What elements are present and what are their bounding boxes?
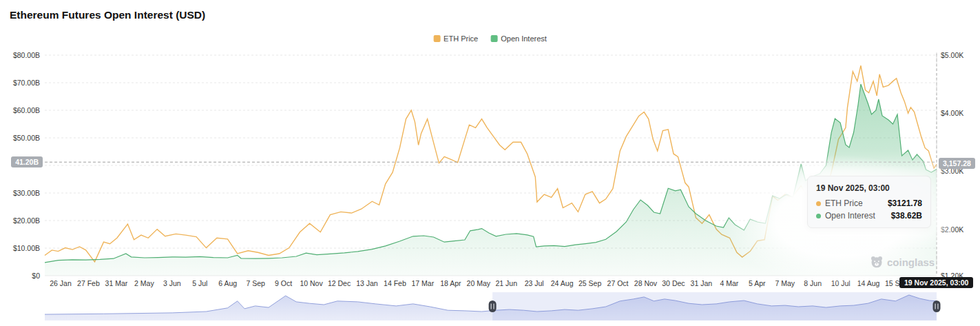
right-axis-label: $4.00K	[941, 108, 963, 118]
x-axis-label: 31 Mar	[105, 278, 128, 288]
left-axis-label: $20.00B	[0, 216, 40, 225]
navigator-selection[interactable]	[492, 292, 937, 320]
x-axis-label: 13 Jan	[356, 278, 378, 288]
legend-label-eth-price: ETH Price	[444, 34, 478, 43]
x-axis-label: 5 Jul	[192, 278, 207, 288]
x-axis-label: 31 Jan	[691, 278, 713, 288]
x-axis-label: 24 Aug	[551, 278, 574, 288]
x-axis-label: 28 Nov	[634, 278, 657, 288]
left-axis-label: $10.00B	[0, 243, 40, 253]
watermark-text: coinglass	[887, 256, 935, 268]
x-axis-label: 7 Sep	[246, 278, 264, 288]
x-axis-label: 18 Apr	[440, 278, 461, 288]
right-axis-label: $2.00K	[941, 225, 963, 234]
coinglass-bear-icon	[870, 255, 884, 269]
legend-item-open-interest[interactable]: Open Interest	[490, 34, 547, 43]
x-axis-label: 2 May	[134, 278, 154, 288]
left-axis-label: $80.00B	[0, 50, 40, 60]
coinglass-watermark: coinglass	[870, 255, 935, 269]
chart-widget: Ethereum Futures Open Interest (USD) ETH…	[0, 0, 980, 326]
x-axis-label: 21 Jun	[495, 278, 517, 288]
legend-item-eth-price[interactable]: ETH Price	[433, 34, 478, 43]
x-axis-label: 27 Oct	[607, 278, 629, 288]
x-axis-label: 30 Dec	[662, 278, 685, 288]
x-axis-label: 20 May	[467, 278, 490, 288]
x-axis-label: 14 Aug	[857, 278, 880, 288]
eth-price-swatch-icon	[433, 35, 440, 42]
navigator-handle-left[interactable]	[489, 300, 497, 312]
handle-grip-icon	[937, 304, 938, 309]
open-interest-dot-icon	[816, 214, 821, 218]
legend-label-open-interest: Open Interest	[501, 34, 547, 43]
left-axis-label: $60.00B	[0, 105, 40, 115]
handle-grip-icon	[493, 304, 494, 309]
tooltip: 19 Nov 2025, 03:00 ETH Price $3121.78 Op…	[807, 176, 931, 228]
open-interest-area	[45, 84, 937, 276]
x-axis-label: 6 Aug	[218, 278, 237, 288]
x-axis-label: 27 Feb	[77, 278, 100, 288]
x-axis-label: 3 Jun	[163, 278, 181, 288]
tooltip-value: $38.62B	[891, 211, 922, 221]
x-axis-label: 4 Mar	[720, 278, 738, 288]
legend: ETH Price Open Interest	[433, 34, 547, 43]
tooltip-value: $3121.78	[888, 198, 922, 208]
left-axis-crosshair-badge: 41.20B	[11, 156, 43, 167]
x-axis-label: 9 Oct	[275, 278, 292, 288]
x-axis-label: 7 May	[775, 278, 795, 288]
left-axis-label: $0	[0, 271, 40, 281]
x-axis-label: 25 Sep	[578, 278, 601, 288]
eth-price-dot-icon	[816, 201, 821, 206]
x-axis-label: 12 Dec	[328, 278, 351, 288]
page-title: Ethereum Futures Open Interest (USD)	[10, 9, 205, 21]
x-axis-label: 23 Jul	[525, 278, 544, 288]
open-interest-swatch-icon	[490, 35, 497, 42]
left-axis-label: $70.00B	[0, 78, 40, 88]
left-axis-label: $30.00B	[0, 188, 40, 198]
x-axis-label: 8 Jun	[804, 278, 822, 288]
handle-grip-icon	[935, 304, 935, 309]
right-axis-crosshair-badge: 3,157.28	[939, 158, 975, 169]
tooltip-label: ETH Price	[825, 198, 863, 208]
tooltip-label: Open Interest	[825, 211, 875, 221]
handle-grip-icon	[490, 304, 491, 309]
x-axis-label: 17 Mar	[412, 278, 435, 288]
x-axis-label: 10 Nov	[300, 278, 322, 288]
x-axis-label: 14 Feb	[384, 278, 406, 288]
x-axis-crosshair-badge: 19 Nov 2025, 03:00	[899, 277, 973, 288]
chart-canvas[interactable]	[0, 0, 980, 326]
x-axis-label: 10 Jul	[831, 278, 851, 288]
x-axis-label: 5 Apr	[749, 278, 766, 288]
tooltip-header: 19 Nov 2025, 03:00	[808, 176, 930, 197]
tooltip-row-open-interest: Open Interest $38.62B	[808, 210, 930, 227]
right-axis-label: $5.00K	[941, 50, 963, 60]
navigator-handle-right[interactable]	[933, 300, 941, 312]
tooltip-row-eth-price: ETH Price $3121.78	[808, 197, 930, 210]
left-axis-label: $50.00B	[0, 133, 40, 143]
x-axis-label: 26 Jan	[50, 278, 72, 288]
